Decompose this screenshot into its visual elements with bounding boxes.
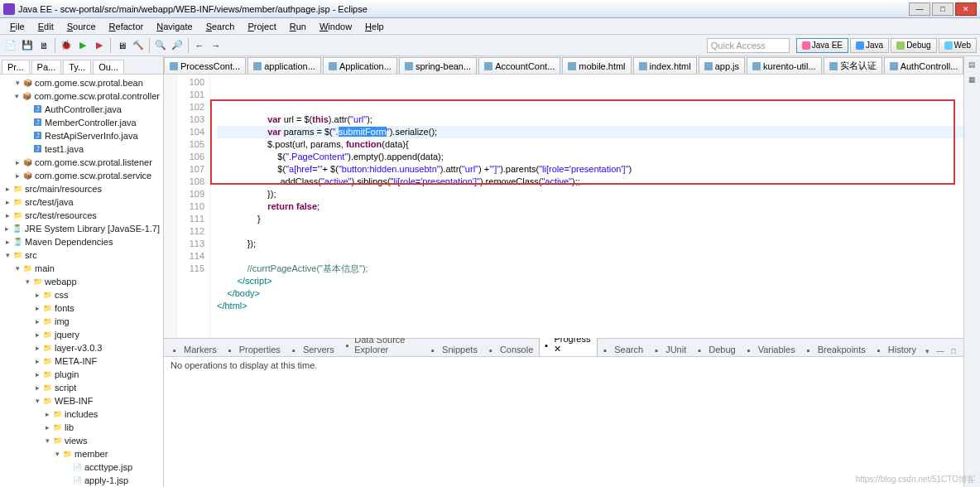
code-line[interactable]: </body>	[217, 287, 963, 300]
tree-twist-icon[interactable]: ▾	[33, 397, 41, 405]
tree-twist-icon[interactable]: ▸	[13, 171, 22, 180]
run-last-button[interactable]: ▶	[92, 38, 107, 53]
code-line[interactable]: </script>	[217, 275, 963, 287]
editor-tab[interactable]: spring-bean...	[399, 57, 477, 74]
menu-source[interactable]: Source	[60, 20, 103, 33]
perspective-java[interactable]: Java	[850, 38, 889, 53]
tree-item[interactable]: ▸📁src/main/resources	[0, 182, 163, 195]
code-line[interactable]: });	[217, 238, 963, 250]
tree-item[interactable]: 🅹test1.java	[0, 142, 163, 156]
tree-item[interactable]: 📄accttype.jsp	[0, 460, 163, 474]
tree-item[interactable]: ▸📁src/test/resources	[0, 209, 163, 222]
tree-item[interactable]: ▾📁views	[0, 434, 163, 447]
code-area[interactable]: var url = $(this).attr("url"); var param…	[210, 75, 963, 338]
tree-item[interactable]: ▾📦com.gome.scw.protal.bean	[0, 76, 163, 89]
perspective-java-ee[interactable]: Java EE	[796, 38, 848, 53]
tree-twist-icon[interactable]: ▾	[53, 450, 61, 458]
bottom-tab-servers[interactable]: ▪Servers	[286, 342, 340, 356]
bottom-tab-markers[interactable]: ▪Markers	[167, 342, 223, 356]
menu-refactor[interactable]: Refactor	[103, 20, 151, 33]
code-line[interactable]	[217, 250, 963, 263]
open-type-button[interactable]: 🔍	[153, 38, 168, 53]
menu-help[interactable]: Help	[358, 20, 391, 33]
editor-tab[interactable]: AccountCont...	[478, 57, 560, 74]
search-button[interactable]: 🔎	[170, 38, 185, 53]
close-button[interactable]: ✕	[955, 2, 977, 16]
tree-item[interactable]: ▸📁includes	[0, 407, 163, 421]
tree-twist-icon[interactable]: ▸	[33, 330, 41, 339]
run-button[interactable]: ▶	[75, 38, 90, 53]
editor-tab[interactable]: Application...	[323, 57, 397, 74]
tree-twist-icon[interactable]: ▸	[33, 304, 41, 312]
bottom-tab-breakpoints[interactable]: ▪Breakpoints	[801, 342, 872, 356]
tree-twist-icon[interactable]: ▸	[13, 158, 22, 166]
tree-twist-icon[interactable]: ▾	[3, 251, 12, 259]
tree-twist-icon[interactable]: ▸	[33, 291, 41, 299]
editor-tab[interactable]: 实名认证	[824, 57, 882, 74]
tree-item[interactable]: 🅹MemberController.java	[0, 116, 163, 129]
tree-twist-icon[interactable]: ▸	[33, 370, 41, 379]
tree-item[interactable]: ▸📁fonts	[0, 301, 163, 315]
tree-item[interactable]: ▸📦com.gome.scw.protal.listener	[0, 156, 163, 169]
code-line[interactable]: $("a[href='"+ $("button:hidden.unusebtn"…	[217, 163, 963, 176]
tree-twist-icon[interactable]: ▸	[3, 198, 12, 206]
tree-item[interactable]: ▸📁src/test/java	[0, 195, 163, 209]
tree-twist-icon[interactable]: ▸	[3, 238, 12, 246]
tree-twist-icon[interactable]: ▸	[33, 344, 41, 352]
forward-button[interactable]: →	[209, 38, 223, 53]
menu-search[interactable]: Search	[199, 20, 242, 33]
left-tab-2[interactable]: Ty...	[63, 60, 91, 74]
bottom-tab-console[interactable]: ▪Console	[483, 342, 539, 356]
bottom-tab-properties[interactable]: ▪Properties	[223, 342, 286, 356]
tree-twist-icon[interactable]: ▸	[43, 410, 51, 418]
tree-item[interactable]: ▾📁main	[0, 262, 163, 275]
maximize-view-icon[interactable]: □	[949, 346, 958, 356]
tree-twist-icon[interactable]: ▸	[33, 317, 41, 325]
menu-navigate[interactable]: Navigate	[150, 20, 199, 33]
view-menu-icon[interactable]: ▾	[922, 346, 932, 356]
code-line[interactable]: var params = $(".submitForm").serialize(…	[217, 126, 963, 138]
code-line[interactable]: return false;	[217, 200, 963, 213]
tree-twist-icon[interactable]: ▸	[33, 383, 41, 392]
tree-item[interactable]: ▸📁jquery	[0, 328, 163, 341]
tree-item[interactable]: 🅹AuthController.java	[0, 103, 163, 116]
bottom-tab-debug[interactable]: ▪Debug	[692, 342, 741, 356]
code-line[interactable]: </html>	[217, 300, 963, 312]
save-all-button[interactable]: 🗎	[36, 38, 51, 53]
code-line[interactable]: $.post(url, params, function(data){	[217, 138, 963, 151]
code-line[interactable]: }	[217, 213, 963, 225]
bottom-tab-search[interactable]: ▪Search	[598, 342, 649, 356]
tree-item[interactable]: ▾📁src	[0, 248, 163, 262]
left-tab-3[interactable]: Ou...	[93, 60, 124, 74]
debug-button[interactable]: 🐞	[59, 38, 74, 53]
tree-item[interactable]: ▸🫙JRE System Library [JavaSE-1.7]	[0, 222, 163, 235]
tree-item[interactable]: ▸📁css	[0, 288, 163, 301]
back-button[interactable]: ←	[192, 38, 207, 53]
tree-item[interactable]: ▾📁WEB-INF	[0, 394, 163, 407]
package-explorer-tree[interactable]: ▾📦com.gome.scw.protal.bean▾📦com.gome.scw…	[0, 75, 163, 487]
tree-twist-icon[interactable]: ▸	[3, 211, 12, 219]
tree-twist-icon[interactable]: ▸	[3, 185, 12, 193]
editor-tab[interactable]: kurento-util...	[747, 57, 822, 74]
tree-item[interactable]: ▾📁member	[0, 447, 163, 460]
tree-item[interactable]: ▸📁layer-v3.0.3	[0, 341, 163, 354]
editor-tab[interactable]: application...	[247, 57, 321, 74]
build-button[interactable]: 🔨	[131, 38, 146, 53]
code-line[interactable]: var url = $(this).attr("url");	[217, 113, 963, 126]
tree-item[interactable]: ▸📁plugin	[0, 368, 163, 381]
new-button[interactable]: 📄	[3, 38, 18, 53]
code-line[interactable]: //currtPageActive("基本信息");	[217, 263, 963, 275]
tree-item[interactable]: ▸📁script	[0, 381, 163, 394]
tree-twist-icon[interactable]: ▸	[43, 423, 51, 432]
tree-twist-icon[interactable]: ▾	[13, 264, 22, 272]
tree-twist-icon[interactable]: ▸	[33, 357, 41, 365]
code-line[interactable]: });	[217, 188, 963, 200]
tree-twist-icon[interactable]: ▸	[3, 224, 12, 233]
code-editor[interactable]: 1001011021031041051061071081091101111121…	[164, 75, 963, 338]
editor-tab[interactable]: index.html	[633, 57, 697, 74]
menu-edit[interactable]: Edit	[31, 20, 60, 33]
editor-tab[interactable]: AuthControll...	[884, 57, 963, 74]
tree-item[interactable]: 📄apply-1.jsp	[0, 474, 163, 487]
code-line[interactable]: .addClass("active").siblings("li[role='p…	[217, 176, 963, 188]
tree-item[interactable]: ▸📁META-INF	[0, 354, 163, 368]
